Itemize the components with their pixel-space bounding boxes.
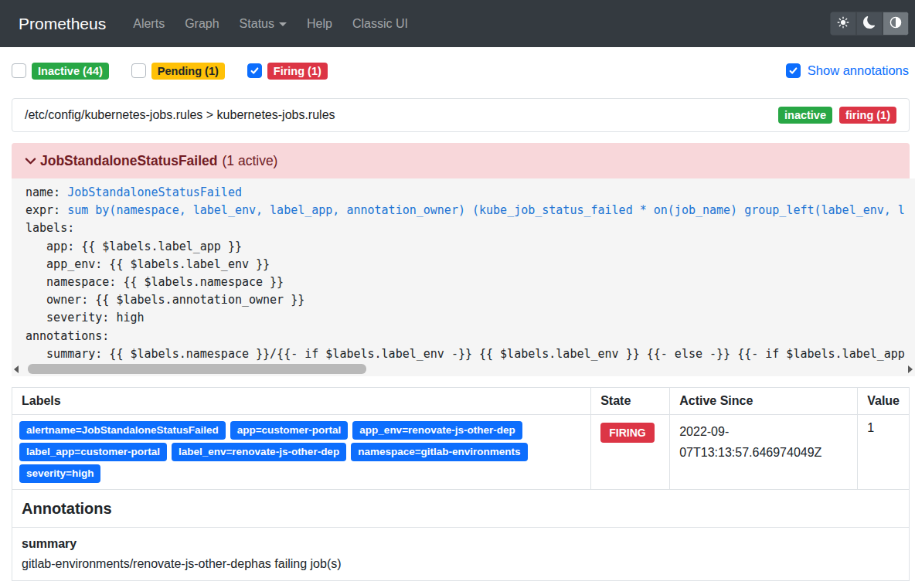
annotations-heading: Annotations [22, 500, 112, 517]
active-since-cell: 2022-09-07T13:13:57.646974049Z [670, 415, 858, 490]
alert-rule-name: JobStandaloneStatusFailed [40, 153, 217, 169]
circle-half-icon [889, 16, 902, 31]
code-line: annotations: [26, 328, 915, 345]
scroll-left-arrow-icon[interactable] [14, 365, 19, 373]
light-theme-button[interactable] [830, 12, 856, 36]
annotation-key: summary [22, 534, 900, 554]
alert-rule-panel: JobStandaloneStatusFailed (1 active) nam… [12, 143, 910, 581]
scrollbar-track[interactable] [23, 364, 903, 374]
rule-yaml: name: JobStandaloneStatusFailed expr: su… [12, 184, 915, 363]
rule-group-path: /etc/config/kubernetes-jobs.rules > kube… [25, 108, 335, 122]
alert-active-count: (1 active) [222, 153, 277, 169]
label-badge-label-app: label_app=customer-portal [19, 443, 167, 461]
header-state: State [591, 388, 670, 415]
label-badge-alertname: alertname=JobStandaloneStatusFailed [19, 421, 226, 440]
firing-state-badge: FIRING [600, 423, 654, 443]
header-value: Value [858, 388, 910, 415]
nav-classic-ui[interactable]: Classic UI [342, 11, 418, 37]
moon-icon [863, 16, 876, 31]
label-badge-severity: severity=high [19, 464, 100, 483]
header-active-since: Active Since [670, 388, 858, 415]
code-line-name: name: JobStandaloneStatusFailed [26, 184, 915, 202]
code-line: severity: high [26, 309, 915, 327]
firing-count-badge: firing (1) [839, 107, 896, 124]
annotation-value: gitlab-environments/renovate-js-other-de… [22, 554, 900, 574]
filter-inactive: Inactive (44) [12, 63, 109, 80]
inactive-count-badge: inactive [778, 107, 832, 124]
sun-icon [837, 16, 849, 31]
auto-theme-button[interactable] [883, 12, 909, 36]
label-badge-app-env: app_env=renovate-js-other-dep [352, 421, 522, 440]
dark-theme-button[interactable] [856, 12, 883, 36]
code-line: summary: {{ $labels.namespace }}/{{- if … [26, 345, 915, 363]
header-labels: Labels [12, 388, 591, 415]
alert-state-filters: Inactive (44) Pending (1) Firing (1) Sho… [12, 60, 910, 81]
yaml-value: sum by(namespace, label_env, label_app, … [67, 203, 905, 217]
yaml-key: expr: [26, 203, 67, 217]
rule-group-card: /etc/config/kubernetes-jobs.rules > kube… [12, 98, 910, 132]
chevron-down-icon [279, 22, 287, 26]
code-line: labels: [26, 219, 915, 237]
filter-pending: Pending (1) [131, 63, 225, 80]
rule-group-badges: inactive firing (1) [778, 107, 896, 124]
nav-status-label: Status [240, 17, 274, 30]
show-annotations-checkbox[interactable] [786, 63, 801, 78]
code-line: owner: {{ $labels.annotation_owner }} [26, 291, 915, 309]
nav-alerts[interactable]: Alerts [123, 11, 175, 37]
firing-filter-badge[interactable]: Firing (1) [267, 63, 328, 80]
firing-checkbox[interactable] [247, 63, 262, 78]
check-icon [250, 66, 260, 76]
alerts-page: Inactive (44) Pending (1) Firing (1) Sho… [0, 47, 915, 581]
filter-firing: Firing (1) [247, 63, 328, 80]
horizontal-scrollbar [12, 363, 915, 376]
annotations-title-row: Annotations [12, 490, 910, 528]
label-badge-label-env: label_env=renovate-js-other-dep [172, 443, 346, 461]
inactive-filter-badge[interactable]: Inactive (44) [32, 63, 109, 80]
check-icon [788, 66, 798, 76]
show-annotations-toggle: Show annotations [786, 63, 909, 78]
table-header-row: Labels State Active Since Value [12, 388, 910, 415]
value-cell: 1 [858, 415, 910, 490]
rule-definition-code: name: JobStandaloneStatusFailed expr: su… [12, 178, 915, 376]
theme-toggle-group [830, 12, 909, 36]
pending-checkbox[interactable] [131, 63, 146, 78]
code-line: app_env: {{ $labels.label_env }} [26, 256, 915, 274]
nav-links: Alerts Graph Status Help Classic UI [123, 11, 418, 37]
show-annotations-label[interactable]: Show annotations [808, 63, 909, 78]
label-badge-namespace: namespace=gitlab-environments [351, 443, 527, 461]
chevron-down-icon [24, 155, 37, 168]
pending-filter-badge[interactable]: Pending (1) [151, 63, 225, 80]
code-line: namespace: {{ $labels.namespace }} [26, 274, 915, 291]
navbar: Prometheus Alerts Graph Status Help Clas… [0, 0, 915, 47]
inactive-checkbox[interactable] [12, 63, 26, 78]
scroll-right-arrow-icon[interactable] [908, 365, 913, 373]
nav-status-dropdown[interactable]: Status [230, 11, 297, 37]
yaml-value: JobStandaloneStatusFailed [67, 185, 242, 199]
nav-help[interactable]: Help [297, 11, 342, 37]
scrollbar-thumb[interactable] [28, 364, 366, 374]
alert-instance-row: alertname=JobStandaloneStatusFailedapp=c… [12, 415, 910, 490]
alert-rule-header[interactable]: JobStandaloneStatusFailed (1 active) [12, 143, 910, 178]
alert-instances-table: Labels State Active Since Value alertnam… [12, 387, 910, 581]
annotation-row: summary gitlab-environments/renovate-js-… [12, 528, 910, 581]
code-line: app: {{ $labels.label_app }} [26, 238, 915, 256]
state-cell: FIRING [591, 415, 670, 490]
brand-prometheus[interactable]: Prometheus [19, 15, 106, 33]
labels-cell: alertname=JobStandaloneStatusFailedapp=c… [12, 415, 591, 490]
label-badge-app: app=customer-portal [230, 421, 349, 440]
yaml-key: name: [26, 185, 67, 199]
nav-graph[interactable]: Graph [175, 11, 229, 37]
code-line-expr: expr: sum by(namespace, label_env, label… [26, 202, 915, 219]
